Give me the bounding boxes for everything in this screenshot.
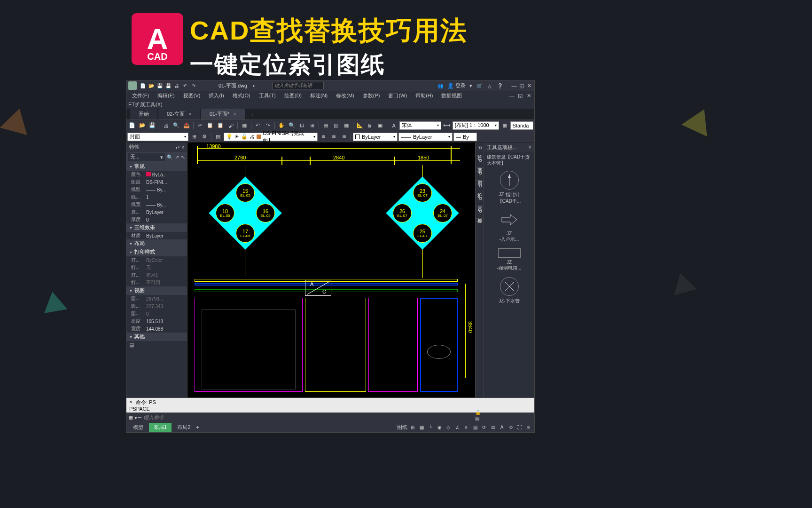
ortho-icon[interactable]: └ <box>427 423 434 431</box>
prop-view2[interactable]: 圆...227.343 <box>126 302 187 310</box>
open-icon[interactable]: 📂 <box>148 82 155 89</box>
dropdown-icon[interactable]: ▾ <box>469 83 472 89</box>
layer-manage-icon[interactable]: ▤ <box>213 132 223 142</box>
menu-dataview[interactable]: 数据视图 <box>437 92 466 99</box>
zoom-window-icon[interactable]: ⊡ <box>297 121 307 130</box>
undo-icon[interactable]: ↶ <box>182 82 188 89</box>
prop-print3[interactable]: 打...布局1 <box>126 271 187 279</box>
color-combo[interactable]: ByLayer▾ <box>353 133 398 141</box>
menu-tools[interactable]: 工具(T) <box>255 92 280 99</box>
elevation-marker-right[interactable]: 23EL-07 26EL-07 24EL-07 25EL-07 <box>397 187 448 239</box>
menu-format[interactable]: 格式(O) <box>229 92 254 99</box>
prop-layer[interactable]: 图层DS-FINI... <box>126 178 187 186</box>
redo-icon[interactable]: ↷ <box>264 121 273 130</box>
share-icon[interactable]: 👥 <box>437 82 444 89</box>
layer-tool-icon[interactable]: ≋ <box>329 132 338 142</box>
polar-icon[interactable]: ◉ <box>436 423 443 431</box>
select-icon[interactable]: ↗ <box>175 154 179 160</box>
palette-item-entry[interactable]: JZ -入户示... <box>484 207 534 246</box>
help-icon[interactable]: ❔ <box>497 82 503 89</box>
doc-maximize-button[interactable]: ◱ <box>516 92 524 99</box>
tab-add-button[interactable]: + <box>246 110 258 119</box>
snap-icon[interactable]: ▦ <box>418 423 425 431</box>
menu-window[interactable]: 窗口(W) <box>384 92 411 99</box>
grid-icon[interactable]: ⊞ <box>409 423 416 431</box>
cart-icon[interactable]: 🛒 <box>476 82 483 89</box>
layer-tool-icon[interactable]: ≋ <box>339 132 349 142</box>
print-icon[interactable]: 🖨 <box>161 121 171 130</box>
menu-edit[interactable]: 编辑(E) <box>154 92 179 99</box>
search-input[interactable]: 键入关键字或短语 <box>272 82 324 89</box>
rtab-cabinet[interactable]: P-柜子 <box>476 181 484 193</box>
block-icon[interactable]: ▦ <box>240 121 249 130</box>
linetype-combo[interactable]: ——ByLayer▾ <box>398 133 453 141</box>
drawing-canvas[interactable]: 13980 2760 2840 1850 3840 15EL-05 18EL-0… <box>187 143 475 397</box>
paper-button[interactable]: 图纸 <box>397 424 407 431</box>
pim-button[interactable]: ▤ <box>126 341 187 349</box>
menu-insert[interactable]: 插入(I) <box>205 92 227 99</box>
sheet-icon[interactable]: ▥ <box>331 121 341 130</box>
prop-print1[interactable]: 打...ByColor <box>126 256 187 264</box>
section-printstyle[interactable]: 打印样式 <box>126 248 187 256</box>
menu-icon[interactable]: ▤ <box>475 416 481 421</box>
layer-tool-icon[interactable]: ≋ <box>319 132 328 142</box>
doc-close-button[interactable]: ✕ <box>525 92 532 99</box>
section-other[interactable]: 其他 <box>126 333 187 341</box>
section-3d[interactable]: 三维效果 <box>126 223 187 232</box>
prop-thickness[interactable]: 厚度0 <box>126 216 187 223</box>
palette-icon[interactable]: ▦ <box>342 121 351 130</box>
paste-icon[interactable]: 📋 <box>216 121 225 130</box>
palette-item-electric[interactable]: JZ -强弱电箱... <box>484 246 534 274</box>
menu-file[interactable]: 文件(F) <box>128 92 153 99</box>
palette-item-compass[interactable]: JZ-指北针 【CAD干... <box>484 168 534 207</box>
menu-modify[interactable]: 修改(M) <box>332 92 358 99</box>
publish-icon[interactable]: 📤 <box>182 121 191 130</box>
rtab-hatch[interactable]: P-填充 <box>476 155 484 168</box>
menu-help[interactable]: 帮助(H) <box>412 92 437 99</box>
rtab-door[interactable]: P-门窗 <box>476 168 484 181</box>
doc-minimize-button[interactable]: — <box>508 92 515 99</box>
style-combo[interactable]: Standa <box>510 121 534 130</box>
ac-marker[interactable]: A C <box>305 280 331 296</box>
tool-icon[interactable]: 📐 <box>355 121 365 130</box>
close-button[interactable]: ✕ <box>526 82 532 89</box>
login-link[interactable]: 👤 登录 <box>447 82 466 89</box>
lineweight-combo[interactable]: —By <box>453 133 477 141</box>
tab-model[interactable]: 模型 <box>128 423 148 432</box>
gear-icon[interactable]: ⚙ <box>507 423 515 431</box>
menu-et-ext[interactable]: ET扩展工具(X) <box>128 101 163 108</box>
dropdown-icon[interactable]: ▸ <box>253 83 255 88</box>
transparency-icon[interactable]: ▤ <box>471 423 479 431</box>
font-combo[interactable]: 宋体▾ <box>399 121 441 130</box>
close-icon[interactable]: × <box>188 111 192 118</box>
lock-icon[interactable]: 🔒 <box>475 410 481 415</box>
dim-icon[interactable]: ⟷ <box>442 121 452 130</box>
saveas-icon[interactable]: 💾 <box>165 82 172 89</box>
calc-icon[interactable]: 🖩 <box>366 121 375 130</box>
prop-linetype[interactable]: 线型—— By... <box>126 186 187 193</box>
section-general[interactable]: 常规 <box>126 162 187 171</box>
prop-print4[interactable]: 打...不可用 <box>126 279 187 286</box>
add-layout-button[interactable]: + <box>196 424 199 430</box>
new-icon[interactable]: 📄 <box>127 121 137 130</box>
prop-transparency[interactable]: 透...ByLayer <box>126 208 187 216</box>
otrack-icon[interactable]: ∠ <box>453 423 461 431</box>
scale-icon[interactable]: ⚖ <box>489 423 497 431</box>
minimize-button[interactable]: — <box>511 82 517 89</box>
prop-height[interactable]: 高度105.518 <box>126 318 187 325</box>
tab-layout2[interactable]: 布局2 <box>172 423 195 432</box>
menu-dimension[interactable]: 标注(N) <box>306 92 331 99</box>
table-icon[interactable]: ▦ <box>500 121 509 130</box>
section-view[interactable]: 视图 <box>126 286 187 295</box>
redo-icon[interactable]: ↷ <box>190 82 197 89</box>
copy-icon[interactable]: 📋 <box>206 121 215 130</box>
new-icon[interactable]: 📄 <box>140 82 146 89</box>
section-layout[interactable]: 布局 <box>126 239 187 248</box>
zoom-prev-icon[interactable]: ⊞ <box>308 121 317 130</box>
prop-color[interactable]: 颜色 ByLa... <box>126 171 187 178</box>
pan-icon[interactable]: ✋ <box>277 121 286 130</box>
tab-doc2[interactable]: 01-平面*× <box>201 109 245 119</box>
tab-layout1[interactable]: 布局1 <box>149 423 172 432</box>
props-icon[interactable]: ▤ <box>321 121 330 130</box>
customize-icon[interactable]: ≡ <box>525 423 532 431</box>
